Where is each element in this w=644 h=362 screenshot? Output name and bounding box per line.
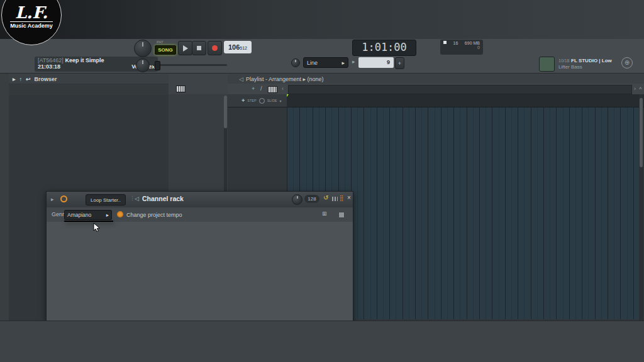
- tempo-frac: 512: [240, 46, 247, 50]
- pattern-plus-button[interactable]: +: [395, 57, 404, 69]
- polyphony-value: 16: [453, 41, 458, 45]
- playlist-timeline[interactable]: [228, 94, 644, 107]
- time-display[interactable]: 1:01:00: [352, 40, 416, 56]
- scroll-right-icon[interactable]: ›: [634, 85, 636, 92]
- slide-label[interactable]: SLIDE: [267, 99, 277, 102]
- change-tempo-radio[interactable]: [117, 211, 123, 217]
- time-value: 1:01:00: [362, 41, 407, 53]
- close-icon[interactable]: ×: [347, 194, 351, 201]
- arrangement-overview[interactable]: [288, 85, 632, 94]
- channel-rack-genre-row: Genre Amapiano▸ Change project tempo ⊞: [47, 207, 353, 222]
- browser-title: Browser: [35, 76, 57, 82]
- speaker-icon: ◁: [135, 195, 139, 202]
- chevron-down-icon: ▾: [280, 99, 282, 103]
- crosshair-icon[interactable]: +: [252, 85, 255, 92]
- playlist-vscrollbar-thumb[interactable]: [640, 98, 643, 167]
- channel-rack-window: ▸ Loop Starter.. ⋮ ◁ Channel rack 128 ↺ …: [46, 191, 353, 322]
- step-label[interactable]: STEP: [247, 99, 256, 102]
- change-tempo-label[interactable]: Change project tempo: [126, 212, 182, 218]
- pattern-scrollbar-thumb[interactable]: [224, 96, 227, 128]
- rack-menu-icon[interactable]: ▸: [51, 196, 54, 202]
- play-icon: [183, 45, 188, 52]
- song-mode-button[interactable]: SONG: [155, 45, 176, 55]
- session-subtitle: Lifter Bass: [558, 64, 612, 70]
- undo-icon[interactable]: ↺: [323, 194, 328, 201]
- memory-value: 690 MB: [465, 41, 480, 45]
- hint-title: Keep it Simple: [65, 57, 104, 63]
- playlist-vscrollbar[interactable]: [639, 94, 643, 321]
- keyboard-editor-icon[interactable]: ⣿: [340, 195, 344, 201]
- browser-tabs: [9, 84, 169, 95]
- swing-value[interactable]: 128: [304, 195, 319, 203]
- playlist-titlebar[interactable]: ◁ Playlist - Arrangement ▸ (none): [228, 74, 644, 84]
- scroll-up-icon[interactable]: ˄: [639, 85, 642, 91]
- add-track-button[interactable]: +: [242, 97, 245, 104]
- channel-rack-titlebar[interactable]: ▸ Loop Starter.. ⋮ ◁ Channel rack 128 ↺ …: [47, 192, 353, 208]
- fl-orange-icon[interactable]: [60, 195, 67, 202]
- genre-dropdown: [64, 221, 113, 222]
- pencil-icon[interactable]: /: [260, 85, 262, 92]
- swing-value-label: 128: [308, 196, 316, 202]
- collapse-icon[interactable]: ▸: [13, 76, 16, 82]
- browser-header: ▸↑↩ Browser: [9, 74, 169, 84]
- session-info: 10/18 FL STUDIO | Low Lifter Bass: [558, 57, 612, 70]
- swing-knob[interactable]: [292, 194, 303, 205]
- main-pitch-knob[interactable]: [136, 58, 150, 72]
- bottom-band: [0, 321, 644, 362]
- pattern-selector[interactable]: 9: [358, 57, 394, 68]
- genre-value: Amapiano: [67, 212, 91, 218]
- select-all-checkbox[interactable]: [338, 212, 345, 218]
- snap-value: Line: [307, 60, 318, 66]
- mini-piano-icon[interactable]: [268, 86, 277, 93]
- globe-icon[interactable]: ⊕: [621, 57, 633, 69]
- loop-starter-button[interactable]: Loop Starter..: [86, 194, 126, 206]
- chevron-right-icon: ▸: [341, 60, 345, 66]
- tempo-display[interactable]: 106512: [224, 41, 252, 53]
- shuffle-slider[interactable]: [153, 64, 227, 66]
- shuffle-slider-thumb[interactable]: [155, 61, 160, 70]
- logo-initials: L.F.: [2, 4, 61, 21]
- main-toolbar: [AT56462] Keep it Simple 21:03:18Vocodex…: [0, 39, 644, 74]
- smoothing-knob[interactable]: [291, 58, 300, 67]
- pattern-prev-icon[interactable]: ▸: [352, 58, 355, 65]
- snap-selector[interactable]: Line▸: [303, 57, 348, 68]
- session-title: FL STUDIO | Low: [571, 58, 612, 63]
- loop-starter-label: Loop Starter..: [91, 197, 121, 203]
- mouse-cursor: [93, 222, 101, 233]
- playlist-secondary-bar: + / ‹ ›: [228, 84, 644, 94]
- graph-editor-icon[interactable]: [332, 197, 338, 201]
- pat-mode-label[interactable]: PAT: [157, 40, 164, 44]
- up-icon[interactable]: ↑: [19, 76, 23, 82]
- channel-rack-title: Channel rack: [142, 195, 184, 202]
- left-edge: [0, 39, 9, 321]
- speaker-icon: ◁: [239, 76, 243, 82]
- chevron-right-icon: ▸: [106, 212, 109, 218]
- add-channel-icon[interactable]: ⊞: [322, 211, 327, 217]
- playlist-corner-bar: + STEP SLIDE ▾: [228, 94, 287, 107]
- fl-studio-screen: [AT56462] Keep it Simple 21:03:18Vocodex…: [0, 0, 644, 362]
- pattern-number: 9: [387, 59, 390, 65]
- stop-button[interactable]: [192, 41, 206, 55]
- cpu-value: 0: [443, 45, 480, 50]
- tap-tempo-button[interactable]: [539, 57, 555, 72]
- main-volume-knob[interactable]: [134, 40, 152, 57]
- cpu-icon: [443, 41, 447, 44]
- session-count: 10/18: [558, 58, 570, 63]
- back-icon[interactable]: ↩: [26, 76, 31, 82]
- stop-icon: [197, 46, 201, 50]
- playlist-title: Playlist - Arrangement ▸ (none): [246, 76, 324, 82]
- hint-time: 21:03:18: [38, 63, 60, 70]
- genre-selector[interactable]: Amapiano▸: [64, 210, 112, 220]
- step-slide-toggle[interactable]: [259, 98, 265, 104]
- play-button[interactable]: [178, 41, 192, 55]
- logo-subtitle: Music Academy: [10, 21, 53, 29]
- tempo-int: 106: [228, 43, 240, 51]
- performance-monitor: 16690 MB 0: [440, 40, 483, 55]
- top-band: [0, 0, 644, 39]
- scroll-left-icon[interactable]: ‹: [282, 85, 284, 92]
- record-icon: [212, 45, 218, 51]
- hint-tag: [AT56462]: [38, 57, 64, 63]
- record-button[interactable]: [208, 41, 222, 55]
